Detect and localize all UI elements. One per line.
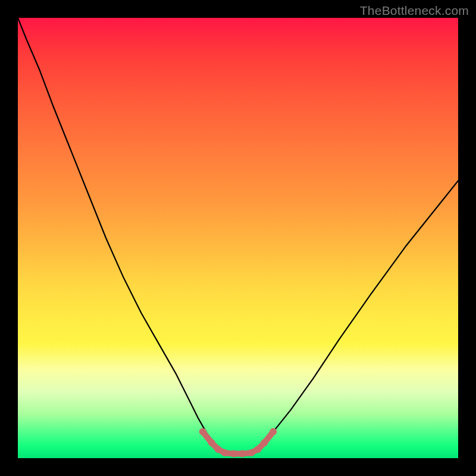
valley-marker-dot [239,450,246,458]
watermark-text: TheBottleneck.com [360,4,469,18]
chart-frame: TheBottleneck.com [0,0,476,476]
valley-marker-dot [215,446,222,453]
valley-marker-dot [208,439,215,446]
valley-marker-dot [230,450,237,458]
valley-marker-dot [221,449,228,456]
valley-marker-dot [261,439,268,446]
valley-marker-dot [248,449,255,456]
valley-marker-dot [270,428,277,436]
bottleneck-curve [18,18,458,454]
plot-svg [18,18,458,458]
valley-marker-dot [254,446,261,453]
valley-marker-dot [199,428,206,436]
